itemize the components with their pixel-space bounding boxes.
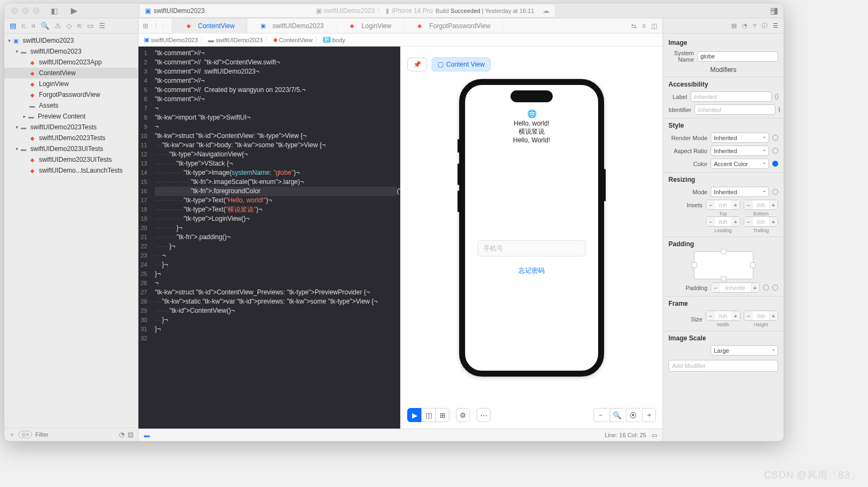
report-navigator-icon[interactable]: ☰	[99, 22, 105, 30]
acc-label-input[interactable]	[691, 91, 772, 102]
section-frame: Frame	[668, 300, 778, 307]
preview-provider-chip[interactable]: ▢Content View	[432, 57, 491, 71]
editor-options-icon[interactable]: ≡	[642, 22, 646, 30]
breadcrumb-project[interactable]: ▣ swiftUIDemo2023	[144, 36, 198, 43]
zoom-actual-button[interactable]: ⦿	[626, 408, 640, 422]
activity-view[interactable]: ▣ swiftUIDemo2023 ▣ swiftUIDemo2023 〉 ▮ …	[139, 4, 555, 18]
tab-forgotpassword[interactable]: ◆ForgotPasswordView	[404, 18, 503, 34]
symbol-navigator-icon[interactable]: ⌗	[31, 22, 35, 30]
tree-folder-preview[interactable]: ▸▬Preview Content	[4, 111, 138, 122]
file-inspector-icon[interactable]: ▤	[731, 22, 737, 29]
resize-mode-select[interactable]: Inherited	[711, 187, 769, 197]
zoom-window-icon[interactable]	[33, 8, 39, 14]
system-name-input[interactable]	[697, 51, 778, 62]
identity-inspector-icon[interactable]: ⓘ	[761, 22, 767, 30]
toggle-inspector-icon[interactable]: ◨	[770, 5, 778, 16]
tab-contentview[interactable]: ◆ContentView	[172, 18, 247, 34]
source-control-icon[interactable]: ⎌	[22, 22, 26, 30]
frame-height-stepper[interactable]: −+	[744, 311, 778, 321]
cloud-icon[interactable]: ☁	[542, 6, 549, 15]
filter-input[interactable]	[35, 431, 116, 438]
history-inspector-icon[interactable]: ◔	[742, 22, 747, 29]
render-mode-radio[interactable]	[772, 135, 778, 141]
add-modifier-input[interactable]: Add Modifier	[668, 360, 778, 372]
aspect-ratio-select[interactable]: Inherited	[711, 146, 769, 156]
test-navigator-icon[interactable]: ◇	[67, 22, 72, 30]
color-select[interactable]: Accent Color	[711, 159, 769, 169]
adjust-editor-icon[interactable]: ⇆	[631, 22, 637, 30]
acc-id-input[interactable]	[694, 104, 776, 115]
code-editor[interactable]: 1234567891011121314151617181920212223242…	[138, 47, 400, 429]
run-destination[interactable]: iPhone 14 Pro	[392, 7, 433, 15]
toggle-sidebar-icon[interactable]: ◧	[50, 6, 58, 15]
nav-back-icon[interactable]: 〈	[151, 21, 158, 30]
phone-input-preview[interactable]: 手机号	[478, 240, 586, 256]
issue-navigator-icon[interactable]: ⚠	[55, 22, 61, 30]
nav-forward-icon[interactable]: 〉	[161, 21, 168, 30]
tree-file-assets[interactable]: ▬Assets	[4, 100, 138, 111]
debug-navigator-icon[interactable]: ⎋	[77, 22, 82, 30]
acc-label-radio[interactable]	[775, 94, 778, 100]
navigator-sidebar: ▤ ⎌ ⌗ 🔍 ⚠ ◇ ⎋ ▭ ☰ ▾▣swiftUIDemo2023 ▾▬sw…	[4, 18, 138, 441]
filter-scope-icon[interactable]: ⊙≡	[18, 431, 32, 438]
minimap-toggle-icon[interactable]: ▭	[652, 432, 657, 439]
color-radio[interactable]	[772, 161, 778, 167]
variants-preview-button[interactable]: ⊞	[435, 408, 449, 422]
zoom-out-button[interactable]: －	[593, 408, 607, 422]
scm-filter-icon[interactable]: ▤	[128, 431, 134, 438]
breakpoint-navigator-icon[interactable]: ▭	[87, 22, 94, 30]
resize-mode-radio[interactable]	[772, 189, 778, 195]
device-settings-button[interactable]: ⚙	[456, 408, 470, 422]
find-navigator-icon[interactable]: 🔍	[41, 22, 49, 30]
forgot-password-link[interactable]: 忘记密码	[519, 266, 545, 275]
tree-file-app[interactable]: ◆swiftUIDemo2023App	[4, 57, 138, 68]
project-navigator-icon[interactable]: ▤	[10, 22, 16, 30]
tab-loginview[interactable]: ◆LoginView	[336, 18, 404, 34]
titlebar-left-controls: ◧	[50, 6, 58, 15]
tree-file-forgot[interactable]: ◆ForgotPasswordView	[4, 89, 138, 100]
render-mode-select[interactable]: Inherited	[711, 133, 769, 143]
close-window-icon[interactable]	[11, 8, 18, 14]
section-resizing: Resizing	[668, 176, 778, 183]
preview-options-button[interactable]: ⋯	[476, 408, 491, 422]
image-scale-select[interactable]: Large	[711, 345, 778, 356]
tree-folder-tests[interactable]: ▾▬swiftUIDemo2023Tests	[4, 122, 138, 133]
run-button-icon[interactable]: ▶	[71, 5, 77, 16]
inset-trailing-stepper[interactable]: −+	[744, 216, 778, 227]
selectable-preview-button[interactable]: ◫	[421, 408, 435, 422]
recent-files-icon[interactable]: ◔	[119, 431, 124, 438]
tree-file-uitests[interactable]: ◆swiftUIDemo2023UITests	[4, 154, 138, 165]
tree-file-launch[interactable]: ◆swiftUIDemo...tsLaunchTests	[4, 165, 138, 176]
tree-file-contentview[interactable]: ◆ContentView	[4, 68, 138, 78]
tab-project[interactable]: ▣swiftUIDemo2023	[247, 18, 336, 34]
pin-preview-button[interactable]: 📌	[407, 57, 427, 71]
aspect-ratio-radio[interactable]	[772, 148, 778, 154]
inset-leading-stepper[interactable]: −+	[706, 216, 740, 227]
tree-file-tests[interactable]: ◆swiftUIDemo2023Tests	[4, 133, 138, 143]
tree-project-root[interactable]: ▾▣swiftUIDemo2023	[4, 35, 138, 46]
padding-box-control[interactable]	[694, 251, 753, 279]
help-inspector-icon[interactable]: ?	[753, 23, 756, 29]
tree-file-login[interactable]: ◆LoginView	[4, 78, 138, 89]
live-preview-button[interactable]: ▶	[407, 408, 421, 422]
attributes-inspector-icon[interactable]: ☰	[773, 22, 778, 29]
inset-top-stepper[interactable]: −+	[706, 200, 740, 210]
add-file-icon[interactable]: ＋	[9, 430, 15, 439]
acc-id-radio[interactable]	[779, 107, 780, 113]
section-padding: Padding	[668, 240, 778, 248]
related-items-icon[interactable]: ⊞	[143, 22, 148, 30]
scheme-name[interactable]: swiftUIDemo2023	[324, 7, 375, 15]
zoom-in-button[interactable]: ＋	[642, 408, 656, 422]
breadcrumb-file[interactable]: ◆ ContentView	[273, 36, 313, 43]
tree-folder[interactable]: ▾▬swiftUIDemo2023	[4, 46, 138, 57]
inset-bottom-stepper[interactable]: −+	[744, 200, 778, 210]
zoom-fit-button[interactable]: 🔍	[609, 408, 624, 422]
split-editor-icon[interactable]: ◫	[651, 22, 657, 30]
breadcrumb-folder[interactable]: ▬ swiftUIDemo2023	[208, 37, 263, 43]
padding-stepper[interactable]: −+	[711, 282, 760, 293]
breadcrumb-symbol[interactable]: P body	[323, 37, 346, 43]
frame-width-stepper[interactable]: −+	[706, 311, 740, 321]
status-folder-icon[interactable]: ▬	[144, 432, 150, 438]
minimize-window-icon[interactable]	[22, 8, 29, 14]
tree-folder-uitests[interactable]: ▾▬swiftUIDemo2023UITests	[4, 143, 138, 154]
